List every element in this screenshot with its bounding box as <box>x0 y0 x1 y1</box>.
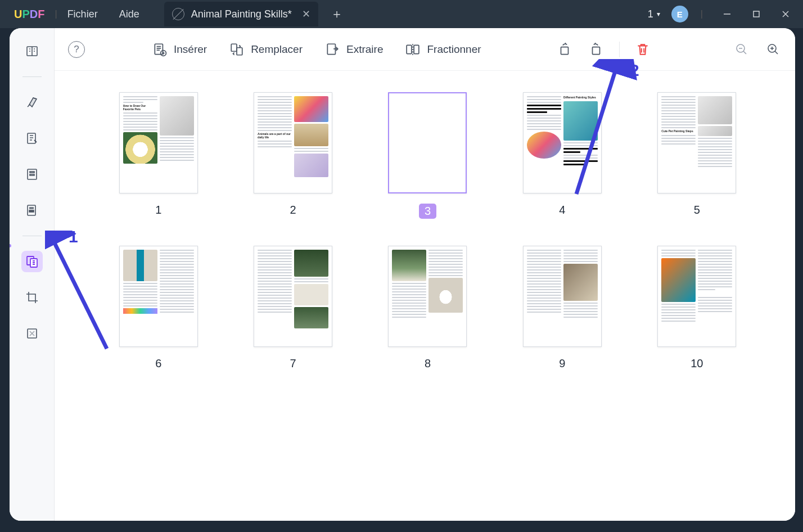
extract-label: Extraire <box>346 43 383 56</box>
document-tab[interactable]: Animal Painting Skills* ✕ <box>164 2 318 26</box>
chevron-down-icon: ▾ <box>657 10 660 18</box>
svg-rect-14 <box>155 44 163 54</box>
maximize-button[interactable] <box>745 6 768 22</box>
main-window: ? Insérer Remplacer Extraire Fractionner <box>10 28 795 521</box>
sidebar-watermark[interactable] <box>21 323 43 344</box>
sidebar-divider <box>22 76 42 77</box>
rotate-left-button[interactable] <box>556 41 573 58</box>
page-thumb-3[interactable]: 3 <box>380 92 475 219</box>
tab-title: Animal Painting Skills* <box>191 8 292 20</box>
svg-rect-8 <box>30 174 34 175</box>
tabs-area: Animal Painting Skills* ✕ ＋ <box>164 2 343 26</box>
p5-heading: Cute Pet Painting Steps <box>661 130 696 133</box>
user-avatar[interactable]: E <box>671 6 688 22</box>
page-number: 8 <box>425 357 431 370</box>
sidebar-organize-pages[interactable] <box>21 251 43 272</box>
title-bar: UPDF | Fichier Aide Animal Painting Skil… <box>0 0 803 28</box>
p4-heading: Different Painting Styles <box>563 96 598 100</box>
page-number: 9 <box>559 357 565 370</box>
split-page-button[interactable]: Fractionner <box>405 42 481 57</box>
unsaved-icon <box>172 8 184 20</box>
minimize-button[interactable] <box>715 6 739 22</box>
svg-rect-7 <box>30 172 34 173</box>
replace-page-button[interactable]: Remplacer <box>229 42 303 57</box>
page-thumb-1[interactable]: How to Draw Our Favorite Pets 1 <box>111 92 206 219</box>
replace-label: Remplacer <box>251 43 303 56</box>
page-thumb-8[interactable]: 8 <box>380 246 475 370</box>
add-tab-button[interactable]: ＋ <box>331 6 343 22</box>
sidebar-divider <box>22 236 42 236</box>
svg-rect-19 <box>407 45 412 53</box>
close-window-button[interactable] <box>774 6 797 22</box>
zoom-out-button[interactable] <box>733 41 750 58</box>
insert-page-button[interactable]: Insérer <box>152 42 207 57</box>
page-thumb-10[interactable]: 10 <box>649 246 745 370</box>
split-label: Fractionner <box>427 43 481 56</box>
svg-rect-20 <box>414 45 419 53</box>
sidebar-form[interactable] <box>21 164 43 185</box>
content-area: ? Insérer Remplacer Extraire Fractionner <box>55 28 795 521</box>
page-number: 4 <box>559 204 565 217</box>
toolbar-separator <box>619 42 620 57</box>
insert-label: Insérer <box>174 43 207 56</box>
page-thumb-2[interactable]: Animals are a part of our daily life 2 <box>245 92 340 219</box>
extract-page-button[interactable]: Extraire <box>325 42 383 57</box>
svg-rect-21 <box>561 47 569 54</box>
p2-heading: Animals are a part of our daily life <box>258 133 292 139</box>
separator: | <box>55 9 57 19</box>
page-number: 6 <box>155 357 161 370</box>
app-logo: UPDF <box>14 8 44 21</box>
page-number: 1 <box>155 204 161 217</box>
sidebar-annotate[interactable] <box>21 92 43 113</box>
page-thumb-9[interactable]: 9 <box>515 246 610 370</box>
page-thumbnail-grid: How to Draw Our Favorite Pets 1 <box>55 71 795 521</box>
svg-rect-5 <box>28 133 35 143</box>
page-number: 3 <box>419 204 436 219</box>
help-button[interactable]: ? <box>68 41 85 58</box>
zoom-in-button[interactable] <box>765 41 782 58</box>
page-thumb-6[interactable]: 6 <box>111 246 206 370</box>
organize-toolbar: ? Insérer Remplacer Extraire Fractionner <box>55 28 795 71</box>
tab-close-button[interactable]: ✕ <box>302 8 310 20</box>
annotation-label-2: 2 <box>630 61 639 80</box>
left-sidebar <box>10 28 55 521</box>
rotate-right-button[interactable] <box>588 41 604 58</box>
page-number: 5 <box>694 204 700 217</box>
page-number: 10 <box>691 357 703 370</box>
sidebar-edit-text[interactable] <box>21 128 43 149</box>
svg-rect-17 <box>237 47 242 55</box>
menu-file[interactable]: Fichier <box>67 8 98 20</box>
svg-rect-22 <box>593 47 600 54</box>
sidebar-notch-indicator <box>10 244 11 247</box>
document-count-dropdown[interactable]: 1 ▾ <box>648 8 660 20</box>
sidebar-crop-pages[interactable] <box>21 287 43 308</box>
svg-rect-16 <box>231 44 237 51</box>
sidebar-redact[interactable] <box>21 200 43 221</box>
menu-help[interactable]: Aide <box>119 8 139 20</box>
page-thumb-4[interactable]: Different Painting Styles 4 <box>515 92 610 219</box>
delete-page-button[interactable] <box>634 41 651 58</box>
sidebar-reader-mode[interactable] <box>21 40 43 62</box>
separator: | <box>701 9 703 19</box>
svg-rect-1 <box>754 11 759 17</box>
annotation-label-1: 1 <box>69 227 78 246</box>
p1-heading: How to Draw Our Favorite Pets <box>123 105 157 111</box>
page-thumb-7[interactable]: 7 <box>245 246 340 370</box>
page-number: 7 <box>290 357 296 370</box>
page-number: 2 <box>290 204 296 217</box>
svg-rect-10 <box>29 210 34 212</box>
page-thumb-5[interactable]: Cute Pet Painting Steps 5 <box>649 92 745 219</box>
doc-count-value: 1 <box>648 8 653 20</box>
